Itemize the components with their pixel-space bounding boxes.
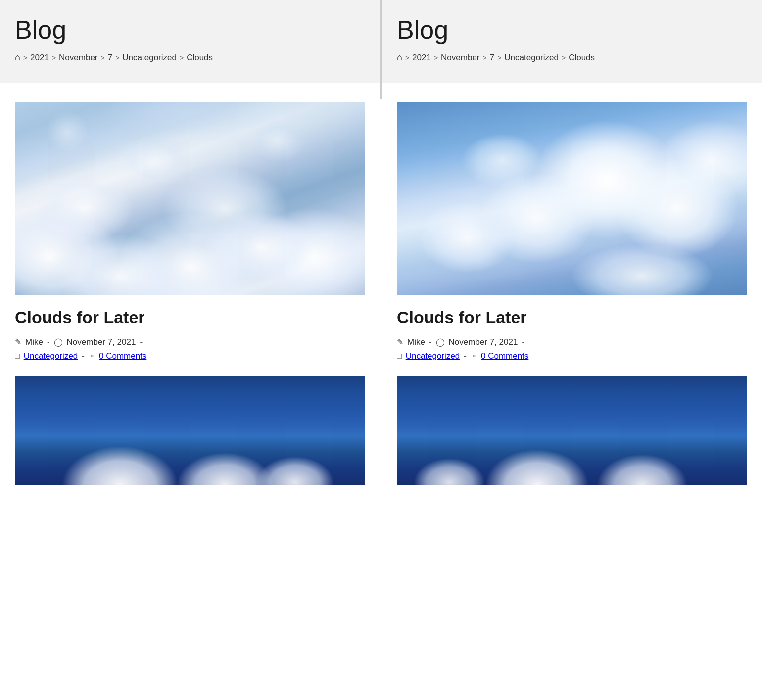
left-blog-title: Blog (15, 15, 365, 45)
left-breadcrumb-clouds[interactable]: Clouds (187, 53, 213, 63)
left-post-image-2[interactable] (15, 376, 365, 485)
right-sep-4: > (562, 54, 566, 62)
left-breadcrumb-7[interactable]: 7 (108, 53, 112, 63)
right-breadcrumb: ⌂ > 2021 > November > 7 > Uncategorized … (397, 52, 747, 63)
right-breadcrumb-7[interactable]: 7 (490, 53, 494, 63)
left-sep-3: > (115, 54, 119, 62)
right-sep-3: > (497, 54, 501, 62)
right-home-icon[interactable]: ⌂ (397, 52, 402, 63)
left-clock-icon: ◯ (54, 337, 63, 347)
right-post-card-2 (397, 376, 747, 485)
left-folder-icon: □ (15, 352, 20, 361)
left-comment-icon: ⚬ (89, 351, 95, 361)
left-post-card-1: Clouds for Later ✎ Mike - ◯ November 7, … (15, 102, 365, 361)
left-meta-row-cat: □ Uncategorized - ⚬ 0 Comments (15, 351, 365, 361)
left-author-name: Mike (25, 337, 43, 347)
left-meta-row-author: ✎ Mike - ◯ November 7, 2021 - (15, 337, 365, 347)
left-meta-sep-1: - (47, 337, 50, 347)
right-content: Clouds for Later ✎ Mike - ◯ November 7, … (382, 83, 762, 514)
left-sep-4: > (180, 54, 184, 62)
left-author-icon: ✎ (15, 337, 21, 347)
left-post-card-2 (15, 376, 365, 485)
left-breadcrumb-november[interactable]: November (59, 53, 97, 63)
left-content: Clouds for Later ✎ Mike - ◯ November 7, … (0, 83, 380, 514)
left-sep-1: > (52, 54, 56, 62)
right-sep-0: > (405, 54, 409, 62)
right-breadcrumb-clouds[interactable]: Clouds (569, 53, 595, 63)
right-header: Blog ⌂ > 2021 > November > 7 > Uncategor… (382, 0, 762, 83)
right-post-card-1: Clouds for Later ✎ Mike - ◯ November 7, … (397, 102, 747, 361)
right-category-link[interactable]: Uncategorized (406, 351, 460, 361)
right-breadcrumb-2021[interactable]: 2021 (412, 53, 431, 63)
left-breadcrumb: ⌂ > 2021 > November > 7 > Uncategorized … (15, 52, 365, 63)
left-sep-0: > (23, 54, 27, 62)
left-post-title-1[interactable]: Clouds for Later (15, 307, 365, 327)
right-post-image-1[interactable] (397, 102, 747, 295)
left-breadcrumb-2021[interactable]: 2021 (30, 53, 49, 63)
left-category-link[interactable]: Uncategorized (24, 351, 78, 361)
right-post-title-1[interactable]: Clouds for Later (397, 307, 747, 327)
left-post-meta-1: ✎ Mike - ◯ November 7, 2021 - □ Uncatego… (15, 337, 365, 361)
right-meta-sep-3: - (464, 351, 467, 361)
right-blog-title: Blog (397, 15, 747, 45)
left-header: Blog ⌂ > 2021 > November > 7 > Uncategor… (0, 0, 380, 83)
right-post-image-2[interactable] (397, 376, 747, 485)
right-author-name: Mike (407, 337, 425, 347)
right-author-icon: ✎ (397, 337, 403, 347)
left-breadcrumb-uncategorized[interactable]: Uncategorized (122, 53, 177, 63)
right-folder-icon: □ (397, 352, 402, 361)
right-post-meta-1: ✎ Mike - ◯ November 7, 2021 - □ Uncatego… (397, 337, 747, 361)
right-meta-sep-1: - (429, 337, 432, 347)
left-post-date: November 7, 2021 (67, 337, 136, 347)
right-sep-2: > (483, 54, 487, 62)
right-clock-icon: ◯ (436, 337, 445, 347)
left-comments-link[interactable]: 0 Comments (99, 351, 146, 361)
right-breadcrumb-november[interactable]: November (441, 53, 479, 63)
left-post-image-1[interactable] (15, 102, 365, 295)
left-sep-2: > (101, 54, 105, 62)
right-comment-icon: ⚬ (471, 351, 477, 361)
right-comments-link[interactable]: 0 Comments (481, 351, 528, 361)
right-meta-row-author: ✎ Mike - ◯ November 7, 2021 - (397, 337, 747, 347)
right-column: Blog ⌂ > 2021 > November > 7 > Uncategor… (382, 0, 762, 700)
left-meta-sep-3: - (82, 351, 85, 361)
right-breadcrumb-uncategorized[interactable]: Uncategorized (504, 53, 559, 63)
left-column: Blog ⌂ > 2021 > November > 7 > Uncategor… (0, 0, 380, 700)
right-meta-sep-2: - (522, 337, 524, 347)
left-meta-sep-2: - (140, 337, 143, 347)
right-meta-row-cat: □ Uncategorized - ⚬ 0 Comments (397, 351, 747, 361)
right-sep-1: > (434, 54, 438, 62)
left-home-icon[interactable]: ⌂ (15, 52, 20, 63)
right-post-date: November 7, 2021 (449, 337, 518, 347)
